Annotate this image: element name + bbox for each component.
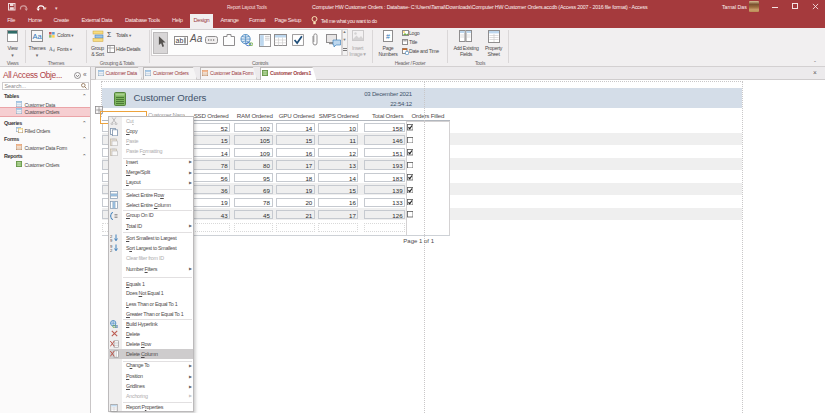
svg-text:2: 2 [110, 248, 113, 252]
svg-text:9: 9 [110, 238, 113, 242]
svg-text:Aa: Aa [32, 32, 42, 41]
svg-text:#: # [386, 33, 390, 40]
svg-text:A: A [49, 46, 53, 52]
svg-text:ab: ab [176, 37, 184, 44]
